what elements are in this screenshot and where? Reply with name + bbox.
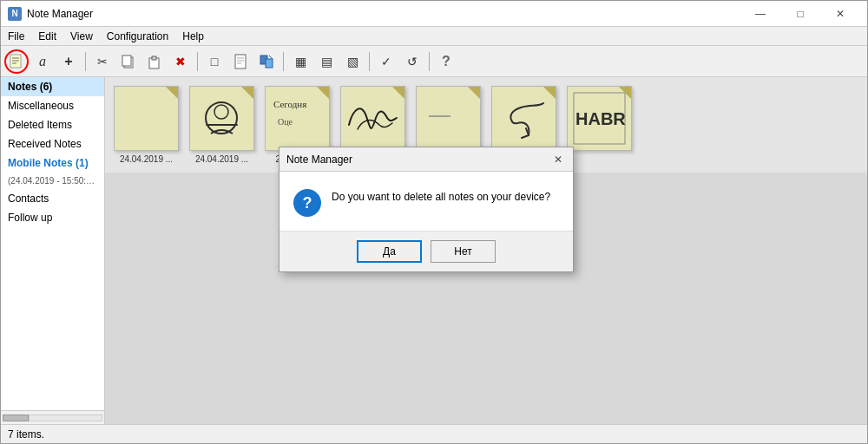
check-icon: ✓ xyxy=(381,55,391,69)
paper-icon xyxy=(233,54,248,69)
menu-bar: File Edit View Configuration Help xyxy=(1,27,867,46)
export-icon xyxy=(259,54,274,69)
sidebar: Notes (6) Miscellaneous Deleted Items Re… xyxy=(1,77,104,410)
dialog-body: ? Do you want to delete all notes on you… xyxy=(279,172,573,231)
sidebar-item-received[interactable]: Received Notes xyxy=(1,134,104,153)
paste-button[interactable] xyxy=(142,49,167,74)
title-bar: N Note Manager — □ ✕ xyxy=(1,1,867,27)
dialog-overlay: Note Manager ✕ ? Do you want to delete a… xyxy=(105,77,867,424)
dialog-title-bar: Note Manager ✕ xyxy=(279,147,573,172)
sidebar-item-miscellaneous[interactable]: Miscellaneous xyxy=(1,96,104,115)
svg-rect-7 xyxy=(152,56,156,60)
main-window: N Note Manager — □ ✕ File Edit View Conf… xyxy=(0,0,868,444)
menu-file[interactable]: File xyxy=(1,29,31,44)
svg-rect-13 xyxy=(266,59,273,68)
copy-button[interactable] xyxy=(116,49,141,74)
scroll-track xyxy=(29,415,102,421)
svg-rect-5 xyxy=(122,56,131,66)
new-note-icon xyxy=(9,54,24,69)
window-title: Note Manager xyxy=(27,8,93,20)
detail-icon: ▧ xyxy=(347,55,358,69)
dialog-title: Note Manager xyxy=(286,153,352,166)
new-note-button[interactable] xyxy=(4,49,29,74)
app-icon: N xyxy=(8,7,22,21)
status-bar: 7 items. xyxy=(1,424,867,443)
sidebar-container: Notes (6) Miscellaneous Deleted Items Re… xyxy=(1,77,105,424)
title-controls: — □ ✕ xyxy=(740,1,860,27)
cut-icon: ✂ xyxy=(97,55,108,69)
dialog-close-button[interactable]: ✕ xyxy=(550,152,566,167)
menu-help[interactable]: Help xyxy=(175,29,211,44)
confirm-dialog: Note Manager ✕ ? Do you want to delete a… xyxy=(279,147,574,272)
separator-3 xyxy=(283,52,284,71)
view3-button[interactable]: ▧ xyxy=(340,49,365,74)
sidebar-item-mobile[interactable]: Mobile Notes (1) xyxy=(1,153,104,173)
dialog-footer: Да Нет xyxy=(279,231,573,271)
dialog-no-button[interactable]: Нет xyxy=(431,240,496,263)
print-icon: □ xyxy=(211,55,218,69)
delete-button[interactable]: ✖ xyxy=(168,49,193,74)
sidebar-item-notes[interactable]: Notes (6) xyxy=(1,77,104,96)
export-button[interactable] xyxy=(254,49,279,74)
add-icon: + xyxy=(64,54,72,69)
svg-line-14 xyxy=(269,56,273,59)
sidebar-item-contacts[interactable]: Contacts xyxy=(1,189,104,208)
view2-button[interactable]: ▤ xyxy=(314,49,339,74)
separator-2 xyxy=(197,52,198,71)
sidebar-item-deleted[interactable]: Deleted Items xyxy=(1,115,104,134)
paper-button[interactable] xyxy=(228,49,253,74)
separator-1 xyxy=(85,52,86,71)
grid-icon: ▦ xyxy=(295,55,306,69)
sync-button[interactable]: ↺ xyxy=(400,49,424,74)
content-wrapper: 24.04.2019 ... 2 xyxy=(105,77,867,424)
dialog-message: Do you want to delete all notes on your … xyxy=(332,189,550,205)
separator-4 xyxy=(369,52,370,71)
list-icon: ▤ xyxy=(321,55,332,69)
title-bar-left: N Note Manager xyxy=(8,7,93,21)
scroll-thumb xyxy=(3,415,29,421)
sync-icon: ↺ xyxy=(407,55,418,69)
menu-edit[interactable]: Edit xyxy=(31,29,63,44)
print-button[interactable]: □ xyxy=(202,49,227,74)
dialog-question-icon: ? xyxy=(293,189,321,217)
main-content: Notes (6) Miscellaneous Deleted Items Re… xyxy=(1,77,867,424)
dialog-yes-button[interactable]: Да xyxy=(357,240,422,263)
menu-configuration[interactable]: Configuration xyxy=(100,29,175,44)
italic-button[interactable]: a xyxy=(30,49,55,74)
svg-rect-8 xyxy=(235,55,246,69)
check-button[interactable]: ✓ xyxy=(374,49,398,74)
close-button[interactable]: ✕ xyxy=(820,1,860,27)
sidebar-scrollbar[interactable] xyxy=(1,410,104,424)
menu-view[interactable]: View xyxy=(63,29,100,44)
help-icon: ? xyxy=(442,54,450,69)
delete-icon: ✖ xyxy=(175,55,186,69)
help-button[interactable]: ? xyxy=(434,49,458,74)
sidebar-item-followup[interactable]: Follow up xyxy=(1,208,104,227)
separator-5 xyxy=(429,52,430,71)
status-text: 7 items. xyxy=(8,428,44,441)
italic-icon: a xyxy=(39,54,46,69)
add-button[interactable]: + xyxy=(56,49,81,74)
cut-button[interactable]: ✂ xyxy=(90,49,115,74)
copy-icon xyxy=(121,54,136,69)
view1-button[interactable]: ▦ xyxy=(288,49,312,74)
maximize-button[interactable]: □ xyxy=(780,1,820,27)
sidebar-item-date: (24.04.2019 - 15:50:19) xyxy=(1,173,104,189)
toolbar: a + ✂ ✖ □ xyxy=(1,46,867,77)
minimize-button[interactable]: — xyxy=(740,1,780,27)
paste-icon xyxy=(147,54,162,69)
